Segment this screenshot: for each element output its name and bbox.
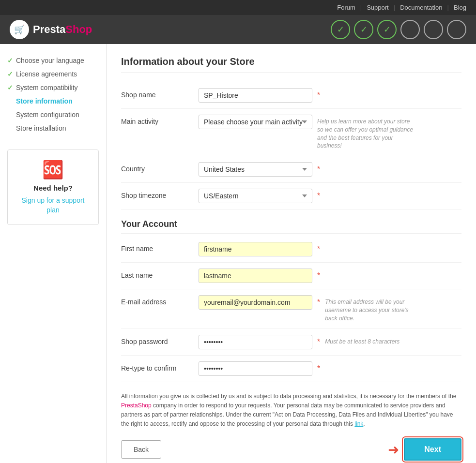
retype-label: Re-type to confirm <box>121 361 199 372</box>
retype-input[interactable] <box>199 361 312 376</box>
retype-row: Re-type to confirm * <box>121 356 461 382</box>
email-row: E-mail address * This email address will… <box>121 289 461 329</box>
retype-wrap: * <box>199 361 461 376</box>
shop-name-wrap: * <box>199 88 461 103</box>
sidebar-item-license[interactable]: License agreements <box>7 67 99 81</box>
step-2: ✓ <box>354 20 373 39</box>
last-name-input[interactable] <box>199 269 312 283</box>
email-hint: This email address will be your username… <box>325 295 422 322</box>
password-row: Shop password * Must be at least 8 chara… <box>121 329 461 356</box>
sidebar-item-store-install[interactable]: Store installation <box>7 121 99 135</box>
country-wrap: United States * <box>199 162 461 177</box>
main-activity-label: Main activity <box>121 115 199 125</box>
step-3: ✓ <box>377 20 397 39</box>
shop-name-input[interactable] <box>199 88 312 103</box>
top-navigation: Forum | Support | Documentation | Blog <box>0 0 476 15</box>
sidebar-item-system-config[interactable]: System configuration <box>7 108 99 121</box>
last-name-wrap: * <box>199 269 461 283</box>
privacy-text: All information you give us is collected… <box>121 392 461 429</box>
timezone-select[interactable]: US/Eastern <box>199 189 312 203</box>
timezone-required: * <box>317 189 320 200</box>
email-label: E-mail address <box>121 295 199 306</box>
help-link[interactable]: Sign up for a support plan <box>22 196 85 214</box>
first-name-row: First name * <box>121 236 461 263</box>
button-row: Back ➜ Next <box>121 438 461 461</box>
logo-icon: 🛒 <box>10 20 29 39</box>
password-hint: Must be at least 8 characters <box>325 335 399 346</box>
store-section-title: Information about your Store <box>121 56 461 73</box>
country-required: * <box>317 162 320 174</box>
nav-documentation-link[interactable]: Documentation <box>400 4 442 11</box>
next-arrow-icon: ➜ <box>388 442 399 458</box>
country-select[interactable]: United States <box>199 162 312 177</box>
page-header: 🛒 PrestaShop ✓ ✓ ✓ <box>0 15 476 44</box>
nav-forum-link[interactable]: Forum <box>337 4 355 11</box>
privacy-link[interactable]: link <box>354 420 363 427</box>
step-6 <box>447 20 466 39</box>
first-name-wrap: * <box>199 242 461 256</box>
timezone-label: Shop timezone <box>121 189 199 199</box>
first-name-required: * <box>317 242 320 254</box>
account-section-title: Your Account <box>121 219 461 234</box>
timezone-wrap: US/Eastern * <box>199 189 461 203</box>
nav-blog-link[interactable]: Blog <box>454 4 466 11</box>
shop-name-required: * <box>317 88 320 100</box>
retype-required: * <box>317 361 320 373</box>
sidebar-item-compatibility[interactable]: System compatibility <box>7 81 99 94</box>
shop-name-row: Shop name * <box>121 82 461 109</box>
country-label: Country <box>121 162 199 173</box>
first-name-input[interactable] <box>199 242 312 256</box>
logo-presta: Presta <box>33 23 65 35</box>
email-required: * <box>317 295 320 307</box>
logo: 🛒 PrestaShop <box>10 20 92 39</box>
logo-text: PrestaShop <box>33 23 92 36</box>
main-container: Choose your language License agreements … <box>0 44 476 463</box>
shop-name-label: Shop name <box>121 88 199 99</box>
next-button[interactable]: Next <box>404 438 461 461</box>
back-button[interactable]: Back <box>121 440 161 459</box>
main-activity-row: Main activity Please choose your main ac… <box>121 109 461 156</box>
privacy-prestashop-mention: PrestaShop <box>121 402 152 409</box>
next-button-wrap: ➜ Next <box>388 438 461 461</box>
step-4 <box>400 20 420 39</box>
email-input[interactable] <box>199 295 312 310</box>
help-title: Need help? <box>15 184 91 192</box>
last-name-row: Last name * <box>121 263 461 289</box>
help-box: 🆘 Need help? Sign up for a support plan <box>7 149 99 225</box>
email-wrap: * This email address will be your userna… <box>199 295 461 322</box>
last-name-label: Last name <box>121 269 199 279</box>
help-icon: 🆘 <box>15 160 91 180</box>
password-label: Shop password <box>121 335 199 345</box>
main-activity-wrap: Please choose your main activity Help us… <box>199 115 461 150</box>
sidebar: Choose your language License agreements … <box>0 44 107 463</box>
password-required: * <box>317 335 320 346</box>
main-activity-select[interactable]: Please choose your main activity <box>199 115 312 129</box>
content-area: Information about your Store Shop name *… <box>107 44 476 463</box>
step-5 <box>424 20 443 39</box>
password-wrap: * Must be at least 8 characters <box>199 335 461 349</box>
first-name-label: First name <box>121 242 199 253</box>
sidebar-item-store-info[interactable]: Store information <box>7 94 99 108</box>
sidebar-item-choose-language[interactable]: Choose your language <box>7 54 99 67</box>
last-name-required: * <box>317 269 320 280</box>
main-activity-hint: Help us learn more about your store so w… <box>317 115 414 150</box>
logo-shop: Shop <box>65 23 92 35</box>
step-indicators: ✓ ✓ ✓ <box>331 20 466 39</box>
timezone-row: Shop timezone US/Eastern * <box>121 183 461 209</box>
country-row: Country United States * <box>121 156 461 183</box>
step-1: ✓ <box>331 20 350 39</box>
nav-support-link[interactable]: Support <box>367 4 389 11</box>
password-input[interactable] <box>199 335 312 349</box>
